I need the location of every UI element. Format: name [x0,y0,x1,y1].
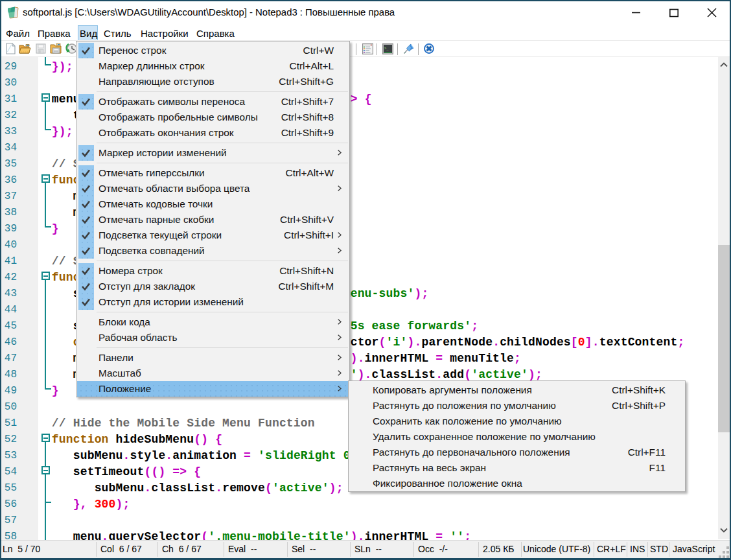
svg-text:>_: >_ [384,46,389,51]
